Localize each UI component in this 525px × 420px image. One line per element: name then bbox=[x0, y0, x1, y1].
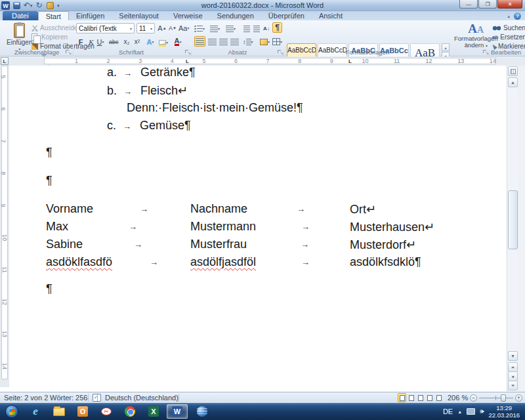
tab-einfuegen[interactable]: Einfügen bbox=[69, 11, 112, 20]
shading-button[interactable]: ▾ bbox=[260, 37, 270, 47]
taskbar-word-active[interactable]: W bbox=[167, 404, 188, 419]
font-color-button[interactable]: A▾ bbox=[173, 37, 182, 47]
superscript-button[interactable]: x² bbox=[133, 37, 142, 47]
align-right-icon bbox=[219, 39, 228, 45]
next-page-icon[interactable]: ⏷ bbox=[508, 381, 518, 390]
underline-button[interactable]: U▾ bbox=[96, 37, 105, 47]
font-name-combo[interactable]: Calibri (Textk▾ bbox=[76, 23, 135, 33]
shrink-font-button[interactable]: A▼ bbox=[168, 23, 177, 33]
horizontal-ruler[interactable]: L 1234567891011121314 L L bbox=[0, 56, 525, 66]
spellcheck-icon[interactable] bbox=[93, 394, 101, 402]
styles-scroll-up-icon[interactable]: ▴ bbox=[442, 43, 450, 51]
tray-expand-icon[interactable]: ▲ bbox=[457, 410, 462, 414]
sort-button[interactable]: A↓ bbox=[262, 24, 271, 33]
ruler-toggle-button[interactable] bbox=[508, 66, 518, 76]
tab-start[interactable]: Start bbox=[38, 11, 69, 20]
bold-button[interactable]: F bbox=[76, 37, 85, 47]
align-center-button[interactable] bbox=[207, 37, 217, 47]
font-size-combo[interactable]: 11▾ bbox=[136, 23, 155, 33]
show-formatting-marks-button[interactable]: ¶ bbox=[272, 22, 282, 33]
tab-datei[interactable]: Datei bbox=[3, 11, 38, 20]
ruler-number: 9 bbox=[330, 58, 333, 64]
zoom-out-icon[interactable]: − bbox=[470, 394, 477, 402]
collapse-ribbon-icon[interactable]: ▴ bbox=[507, 14, 510, 19]
scroll-down-icon[interactable]: ▼ bbox=[508, 351, 518, 361]
align-right-button[interactable] bbox=[219, 37, 228, 47]
print-layout-view-button[interactable] bbox=[398, 393, 406, 402]
taskbar-excel[interactable]: X bbox=[143, 404, 164, 419]
tab-stop-icon[interactable]: L bbox=[348, 58, 352, 64]
folder-icon bbox=[53, 408, 65, 416]
group-label-clipboard: Zwischenablage bbox=[5, 49, 68, 56]
ruler-number: 1 bbox=[75, 58, 78, 64]
text-effects-button[interactable]: A▾ bbox=[146, 37, 155, 47]
strikethrough-button[interactable]: abc bbox=[109, 37, 119, 47]
bullets-button[interactable]: ▾ bbox=[194, 24, 205, 33]
vertical-ruler[interactable]: 567891011121314 bbox=[0, 66, 9, 387]
help-icon[interactable]: ? bbox=[514, 12, 521, 20]
increase-indent-button[interactable] bbox=[252, 24, 261, 33]
taskbar-chrome[interactable] bbox=[119, 404, 140, 419]
tab-stop-icon[interactable]: L bbox=[186, 58, 189, 64]
browse-object-icon[interactable]: ● bbox=[508, 371, 518, 381]
copy-icon bbox=[32, 33, 37, 41]
vertical-scrollbar[interactable]: ▲ ▼ ⏶ ● ⏷ bbox=[507, 66, 518, 392]
draft-view-button[interactable] bbox=[434, 393, 443, 402]
language-tray[interactable]: DE bbox=[443, 408, 453, 415]
find-button[interactable]: Suchen▾ bbox=[492, 24, 525, 32]
replace-button[interactable]: ab Ersetzen bbox=[492, 33, 525, 41]
zoom-level[interactable]: 206 % bbox=[448, 394, 468, 402]
tab-ueberpruefen[interactable]: Überprüfen bbox=[261, 11, 312, 20]
indent-marker-icon[interactable] bbox=[41, 57, 47, 65]
language-indicator[interactable]: Deutsch (Deutschland) bbox=[105, 394, 178, 402]
tab-verweise[interactable]: Verweise bbox=[166, 11, 210, 20]
document-page[interactable]: a. → Getränke¶ b. → Fleisch↵ Denn:·Fleis… bbox=[9, 66, 506, 392]
taskbar-snipping-tool[interactable]: ✂ bbox=[96, 404, 117, 419]
justify-button[interactable] bbox=[230, 37, 239, 47]
align-left-button[interactable] bbox=[194, 36, 205, 47]
ruler-number: 8 bbox=[298, 58, 301, 64]
highlight-button[interactable]: ▾ bbox=[159, 37, 168, 47]
font-dialog-launcher-icon[interactable] bbox=[184, 49, 190, 55]
multilevel-list-button[interactable]: ▾ bbox=[226, 24, 236, 33]
taskbar-outlook[interactable]: O bbox=[72, 404, 93, 419]
network-monitor-icon[interactable] bbox=[467, 408, 475, 415]
minimize-button[interactable]: — bbox=[459, 0, 478, 9]
scroll-up-icon[interactable]: ▲ bbox=[508, 77, 518, 87]
zoom-slider[interactable] bbox=[501, 394, 506, 402]
weblayout-view-button[interactable] bbox=[416, 393, 425, 402]
borders-button[interactable]: ▾ bbox=[272, 37, 282, 47]
word-count[interactable]: Wörter: 256 bbox=[50, 394, 87, 402]
numbering-button[interactable]: ▾ bbox=[210, 24, 220, 33]
previous-page-icon[interactable]: ⏶ bbox=[508, 362, 518, 372]
decrease-indent-button[interactable] bbox=[242, 24, 251, 33]
taskbar-app[interactable] bbox=[192, 404, 213, 419]
paragraph-dialog-launcher-icon[interactable] bbox=[277, 49, 283, 55]
clock[interactable]: 13:2922.03.2016 bbox=[488, 404, 520, 419]
fullscreen-view-button[interactable] bbox=[407, 393, 415, 402]
tab-selector-button[interactable]: L bbox=[1, 57, 9, 65]
copy-button[interactable]: Kopieren bbox=[32, 33, 68, 41]
taskbar-ie[interactable]: e bbox=[25, 404, 46, 419]
subscript-button[interactable]: x₂ bbox=[122, 37, 131, 47]
grow-font-button[interactable]: A▲ bbox=[158, 23, 167, 33]
cut-button[interactable]: Ausschneiden bbox=[32, 24, 81, 32]
close-button[interactable]: ✕ bbox=[497, 0, 522, 9]
page-indicator[interactable]: Seite: 2 von 2 bbox=[4, 394, 48, 402]
tab-seitenlayout[interactable]: Seitenlayout bbox=[112, 11, 166, 20]
scrollbar-thumb[interactable] bbox=[508, 190, 518, 249]
maximize-button[interactable]: ❐ bbox=[478, 0, 497, 9]
line-spacing-button[interactable]: ↕▾ bbox=[243, 37, 253, 47]
tab-sendungen[interactable]: Sendungen bbox=[210, 11, 261, 20]
ruler-number: 11 bbox=[394, 58, 400, 64]
tab-ansicht[interactable]: Ansicht bbox=[312, 11, 350, 20]
change-case-button[interactable]: Aa▾ bbox=[178, 23, 189, 33]
speaker-icon[interactable]: 🕪 bbox=[480, 408, 484, 415]
outline-view-button[interactable] bbox=[425, 393, 434, 402]
taskbar-explorer[interactable] bbox=[49, 404, 70, 419]
italic-button[interactable]: K bbox=[87, 37, 96, 47]
start-button[interactable] bbox=[5, 405, 18, 418]
zoom-in-icon[interactable]: + bbox=[515, 394, 522, 402]
paste-button[interactable]: Einfügen ▾ bbox=[7, 23, 32, 51]
clipboard-dialog-launcher-icon[interactable] bbox=[65, 49, 71, 55]
